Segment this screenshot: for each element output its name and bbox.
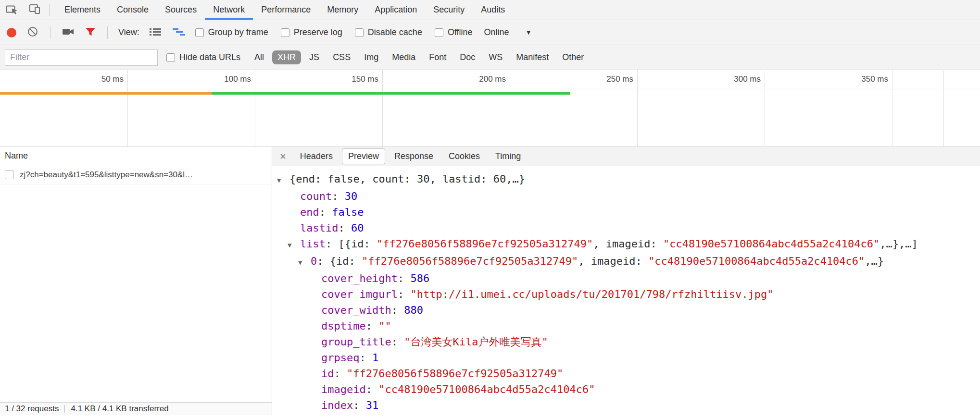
tree-line[interactable]: group_title: "台湾美女Kila户外唯美写真": [309, 334, 980, 350]
checkbox-box[interactable]: [355, 28, 364, 37]
tree-segment-string: "台湾美女Kila户外唯美写真": [404, 336, 548, 348]
checkbox-preserve-log[interactable]: Preserve log: [281, 27, 342, 37]
inspect-element-button[interactable]: [5, 2, 19, 17]
request-list: zj?ch=beauty&t1=595&listtype=new&sn=30&l…: [0, 165, 272, 184]
throttling-select[interactable]: Online ▼: [484, 27, 532, 37]
tree-segment-number: 586: [410, 272, 429, 284]
filter-type-ws[interactable]: WS: [483, 50, 508, 64]
request-list-empty-space: [0, 184, 272, 402]
filter-type-media[interactable]: Media: [387, 50, 421, 64]
details-tab-preview[interactable]: Preview: [342, 148, 385, 164]
large-request-rows-button[interactable]: [148, 26, 163, 39]
checkbox-group-by-frame[interactable]: Group by frame: [195, 27, 268, 37]
close-details-button[interactable]: ×: [275, 151, 291, 162]
tree-line[interactable]: id: "ff276e8056f58896e7cf92505a312749": [309, 366, 980, 381]
tree-line[interactable]: cover_imgurl: "http://i1.umei.cc/uploads…: [309, 286, 980, 302]
overview-waterfall-bar: [0, 92, 212, 95]
filter-type-manifest[interactable]: Manifest: [511, 50, 554, 64]
filter-toggle-button[interactable]: [84, 26, 97, 39]
tab-audits[interactable]: Audits: [473, 0, 513, 20]
tree-segment-number: 880: [404, 304, 423, 316]
filter-funnel-icon: [85, 27, 96, 38]
tree-segment-number: 31: [366, 399, 379, 411]
tree-segment-string: "ff276e8056f58896e7cf92505a312749": [377, 238, 593, 250]
tab-elements[interactable]: Elements: [56, 0, 109, 20]
tree-line[interactable]: cover_width: 880: [309, 302, 980, 318]
network-filter-bar: Hide data URLs AllXHRJSCSSImgMediaFontDo…: [0, 45, 980, 70]
tree-segment-key: cover_imgurl: [321, 288, 398, 300]
timeline-tick-label: 100 ms: [198, 74, 251, 84]
tree-line[interactable]: imageid: "cc48190e57100864abc4d55a2c4104…: [309, 381, 980, 397]
tab-performance[interactable]: Performance: [253, 0, 319, 20]
tree-segment-plain: :: [319, 206, 332, 218]
tree-line[interactable]: grpseq: 1: [309, 350, 980, 366]
tree-line[interactable]: dsptime: "": [309, 318, 980, 334]
details-tab-headers[interactable]: Headers: [294, 148, 339, 164]
panel-tabs: ElementsConsoleSourcesNetworkPerformance…: [56, 0, 513, 20]
tree-line[interactable]: end: false: [288, 204, 980, 220]
tab-memory[interactable]: Memory: [319, 0, 366, 20]
tree-line[interactable]: cover_height: 586: [309, 270, 980, 286]
disclosure-triangle-icon[interactable]: ▼: [288, 237, 300, 253]
disclosure-triangle-icon[interactable]: ▼: [277, 172, 289, 188]
timeline-gridline: [510, 70, 510, 147]
tab-console[interactable]: Console: [109, 0, 157, 20]
checkbox-box[interactable]: [195, 28, 204, 37]
tree-segment-number: 60: [351, 222, 364, 234]
filter-type-all[interactable]: All: [249, 50, 269, 64]
capture-screenshots-button[interactable]: [61, 25, 75, 39]
timeline-gridline: [892, 70, 892, 147]
details-tab-cookies[interactable]: Cookies: [442, 148, 486, 164]
tree-line[interactable]: ▼list: [{id: "ff276e8056f58896e7cf92505a…: [288, 236, 980, 253]
timeline-overview[interactable]: 50 ms100 ms150 ms200 ms250 ms300 ms350 m…: [0, 70, 980, 147]
show-overview-button[interactable]: [171, 26, 187, 39]
inspect-cursor-icon: [6, 3, 18, 16]
filter-type-css[interactable]: CSS: [327, 50, 356, 64]
tab-application[interactable]: Application: [366, 0, 425, 20]
clear-button[interactable]: [26, 25, 39, 40]
tab-security[interactable]: Security: [425, 0, 473, 20]
filter-type-xhr[interactable]: XHR: [272, 50, 301, 64]
tree-segment-plain: {end: false, count: 30, lastid: 60,…}: [289, 173, 525, 185]
tree-segment-string: "http://i1.umei.cc/uploads/tu/201701/798…: [410, 288, 773, 300]
tree-line[interactable]: count: 30: [288, 188, 980, 204]
checkbox-hide-data-urls[interactable]: Hide data URLs: [166, 52, 240, 62]
tree-segment-plain: : {id:: [317, 255, 362, 267]
tree-line[interactable]: index: 31: [309, 397, 980, 413]
tree-segment-string: "cc48190e57100864abc4d55a2c4104c6": [663, 238, 879, 250]
filter-type-doc[interactable]: Doc: [454, 50, 480, 64]
tree-line[interactable]: ▼{end: false, count: 30, lastid: 60,…}: [277, 171, 980, 188]
record-button[interactable]: [6, 27, 17, 38]
filter-type-js[interactable]: JS: [304, 50, 325, 64]
disclosure-triangle-icon[interactable]: ▼: [298, 255, 311, 270]
preview-pane: ▼{end: false, count: 30, lastid: 60,…}co…: [272, 166, 980, 415]
filter-type-font[interactable]: Font: [424, 50, 452, 64]
tree-line[interactable]: ▼0: {id: "ff276e8056f58896e7cf92505a3127…: [298, 253, 980, 270]
table-row[interactable]: zj?ch=beauty&t1=595&listtype=new&sn=30&l…: [0, 165, 272, 184]
tab-network[interactable]: Network: [205, 0, 253, 20]
details-tab-timing[interactable]: Timing: [489, 148, 527, 164]
details-tab-response[interactable]: Response: [388, 148, 440, 164]
device-toolbar-button[interactable]: [28, 2, 42, 17]
filter-type-img[interactable]: Img: [359, 50, 384, 64]
checkbox-box[interactable]: [435, 28, 443, 37]
checkbox-disable-cache[interactable]: Disable cache: [355, 27, 422, 37]
tree-line[interactable]: lastid: 60: [288, 220, 980, 236]
filter-input[interactable]: [5, 49, 158, 66]
tree-segment-string: "cc48190e57100864abc4d55a2c4104c6": [648, 255, 865, 267]
clear-icon: [27, 26, 38, 39]
timeline-tick-label: 250 ms: [580, 74, 633, 84]
filter-type-other[interactable]: Other: [557, 50, 589, 64]
tree-segment-key: dsptime: [321, 320, 366, 332]
waterfall-overview-icon: [172, 27, 186, 38]
checkbox-offline[interactable]: Offline: [435, 27, 473, 37]
tab-sources[interactable]: Sources: [157, 0, 205, 20]
tree-segment-plain: :: [366, 383, 379, 395]
checkbox-box[interactable]: [166, 53, 175, 62]
tree-segment-key: cover_width: [321, 304, 391, 316]
checkbox-label: Hide data URLs: [179, 52, 240, 62]
tree-segment-plain: : [{id:: [326, 238, 377, 250]
tree-segment-key: id: [321, 368, 334, 380]
checkbox-box[interactable]: [281, 28, 289, 37]
column-header-name[interactable]: Name: [0, 147, 272, 165]
